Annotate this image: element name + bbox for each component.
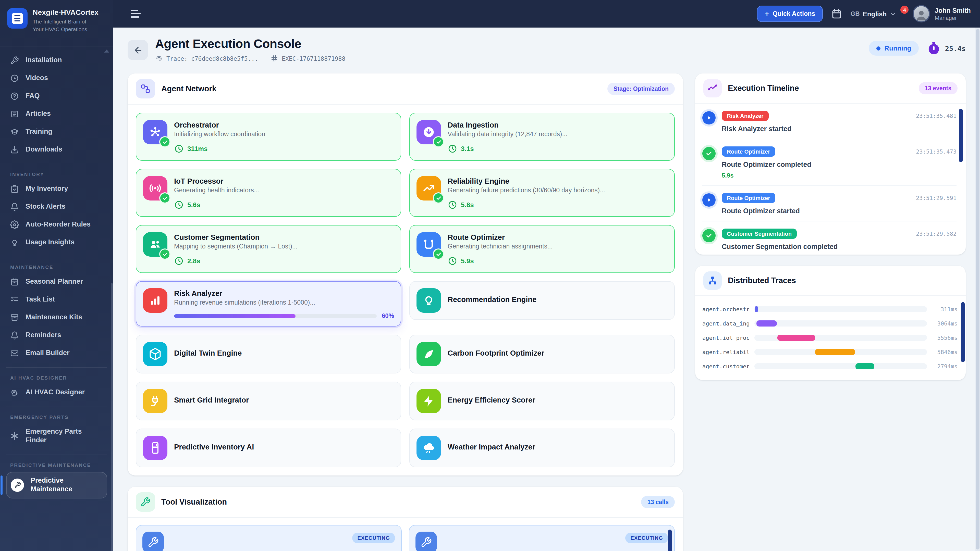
agent-icon-wrap xyxy=(417,389,441,413)
sidebar-item-videos[interactable]: Videos xyxy=(6,69,107,87)
agent-name: Digital Twin Engine xyxy=(174,349,394,357)
agent-duration: 311ms xyxy=(174,144,394,154)
trace-span-label: agent.customer_s… xyxy=(702,363,749,370)
arrow-left-icon xyxy=(133,45,143,55)
timeline-message: Route Optimizer completed xyxy=(722,161,956,168)
help-circle-icon xyxy=(10,92,19,100)
agent-card-body: Customer SegmentationMapping to segments… xyxy=(174,232,394,266)
traces-scrollbar[interactable] xyxy=(961,302,965,362)
timeline-duration: 2.8s xyxy=(722,254,956,254)
sidebar: Nexgile-HVACortex The Intelligent Brain … xyxy=(0,0,113,551)
sidebar-item-usage-insights[interactable]: Usage Insights xyxy=(6,233,107,251)
rain-cloud-icon xyxy=(422,441,435,454)
sidebar-scrollbar[interactable] xyxy=(111,283,113,551)
timeline-event: Risk Analyzer23:51:35.481Risk Analyzer s… xyxy=(702,103,956,139)
sidebar-item-auto-reorder-rules[interactable]: Auto-Reorder Rules xyxy=(6,216,107,233)
clock-icon xyxy=(174,144,184,154)
execution-timeline-panel: Execution Timeline 13 events Risk Analyz… xyxy=(695,73,966,254)
sidebar-item-installation[interactable]: Installation xyxy=(6,52,107,69)
trace-duration: 5556ms xyxy=(932,334,958,341)
sidebar-item-reminders[interactable]: Reminders xyxy=(6,327,107,345)
agent-card-body: Energy Efficiency Scorer xyxy=(448,389,668,413)
sidebar-item-predictive-maintenance[interactable]: Predictive Maintenance xyxy=(6,472,107,499)
tool-status-badge: EXECUTING xyxy=(625,533,668,543)
distributed-traces-title: Distributed Traces xyxy=(728,276,796,285)
user-menu[interactable]: John Smith Manager xyxy=(913,5,971,22)
task-list-icon xyxy=(10,295,19,304)
tool-card-top: EXECUTING xyxy=(415,532,668,551)
agent-card-predictive-inventory-ai: Predictive Inventory AI xyxy=(136,429,401,467)
back-button[interactable] xyxy=(127,40,148,60)
agent-icon-wrap xyxy=(417,120,441,144)
timeline-duration: 5.9s xyxy=(722,172,956,179)
agent-card-route-optimizer: Route OptimizerGenerating technician ass… xyxy=(409,225,675,273)
hub-network-icon xyxy=(148,125,162,139)
lightbulb-icon xyxy=(10,238,19,247)
plug-icon xyxy=(148,394,162,408)
agent-duration-value: 5.6s xyxy=(187,201,200,209)
app-tagline: The Intelligent Brain of Your HVAC Opera… xyxy=(33,18,97,33)
sidebar-section-label: PREDICTIVE MAINTENANCE xyxy=(6,462,107,471)
sidebar-item-label: Usage Insights xyxy=(25,238,75,247)
agent-network-title: Agent Network xyxy=(161,84,216,94)
sidebar-item-emergency-parts-finder[interactable]: Emergency Parts Finder xyxy=(6,423,107,449)
sidebar-item-email-builder[interactable]: Email Builder xyxy=(6,345,107,362)
sidebar-section-label: INVENTORY xyxy=(6,171,107,180)
timeline-agent-badge: Route Optimizer xyxy=(722,146,775,157)
sidebar-item-label: AI HVAC Designer xyxy=(25,388,85,397)
trace-duration: 5846ms xyxy=(932,349,958,355)
sidebar-item-task-list[interactable]: Task List xyxy=(6,291,107,309)
sidebar-item-maintenance-kits[interactable]: Maintenance Kits xyxy=(6,309,107,327)
timeline-timestamp: 23:51:35.481 xyxy=(916,113,956,119)
broadcast-icon xyxy=(148,182,162,195)
hamburger-menu-icon[interactable] xyxy=(130,10,141,18)
timeline-event-body: Route Optimizer23:51:35.473Route Optimiz… xyxy=(722,146,956,179)
agent-duration: 5.6s xyxy=(174,200,394,210)
sidebar-item-downloads[interactable]: Downloads xyxy=(6,141,107,159)
tool-call-icon xyxy=(415,532,437,551)
timeline-event-top: Route Optimizer23:51:35.473 xyxy=(722,146,956,157)
sidebar-item-label: Downloads xyxy=(25,145,62,154)
tool-call-icon xyxy=(421,537,432,548)
clock-icon xyxy=(448,256,457,266)
box-3d-icon xyxy=(148,348,162,361)
agent-icon-wrap xyxy=(143,176,167,200)
check-badge-icon xyxy=(159,192,170,203)
sidebar-item-ai-hvac-designer[interactable]: AI HVAC Designer xyxy=(6,384,107,402)
agent-status-text: Validating data integrity (12,847 record… xyxy=(448,130,668,138)
sidebar-item-faq[interactable]: FAQ xyxy=(6,87,107,105)
sidebar-item-articles[interactable]: Articles xyxy=(6,105,107,123)
gear-icon xyxy=(10,221,19,229)
agent-card-body: Smart Grid Integrator xyxy=(174,389,394,413)
agent-card-customer-segmentation: Customer SegmentationMapping to segments… xyxy=(136,225,401,273)
download-icon xyxy=(10,145,19,154)
agent-name: Route Optimizer xyxy=(448,233,668,241)
tool-card-scrollbar[interactable] xyxy=(668,530,672,551)
sidebar-scroll-up-icon[interactable] xyxy=(104,49,109,52)
agent-card-body: Weather Impact Analyzer xyxy=(448,436,668,460)
agent-card-body: Predictive Inventory AI xyxy=(174,436,394,460)
agent-card-data-ingestion: Data IngestionValidating data integrity … xyxy=(409,113,675,161)
language-selector[interactable]: GB English xyxy=(851,10,897,17)
sidebar-item-label: Maintenance Kits xyxy=(25,313,82,322)
quick-actions-button[interactable]: + Quick Actions xyxy=(757,6,823,22)
page-title: Agent Execution Console xyxy=(155,37,345,51)
trace-track xyxy=(754,306,927,312)
hash-icon xyxy=(270,55,278,62)
agent-name: Weather Impact Analyzer xyxy=(448,443,668,451)
agent-card-carbon-footprint-optimizer: Carbon Footprint Optimizer xyxy=(409,335,675,373)
sidebar-item-label: Installation xyxy=(25,56,62,65)
page-scrollbar[interactable] xyxy=(975,27,980,551)
sidebar-item-my-inventory[interactable]: My Inventory xyxy=(6,180,107,198)
app-logo[interactable]: Nexgile-HVACortex The Intelligent Brain … xyxy=(0,0,113,46)
sidebar-item-seasonal-planner[interactable]: Seasonal Planner xyxy=(6,273,107,291)
sidebar-item-training[interactable]: Training xyxy=(6,123,107,141)
agent-name: Orchestrator xyxy=(174,121,394,129)
calendar-icon[interactable] xyxy=(831,8,842,19)
main-content: Agent Execution Console Trace: c76deed8c… xyxy=(113,27,980,551)
sidebar-item-stock-alerts[interactable]: Stock Alerts xyxy=(6,198,107,216)
timeline-scrollbar[interactable] xyxy=(959,109,963,162)
sidebar-section-inventory: INVENTORYMy InventoryStock AlertsAuto-Re… xyxy=(6,164,107,251)
execution-id: EXEC-1767118871988 xyxy=(270,55,345,62)
agent-status-text: Initializing workflow coordination xyxy=(174,130,394,138)
